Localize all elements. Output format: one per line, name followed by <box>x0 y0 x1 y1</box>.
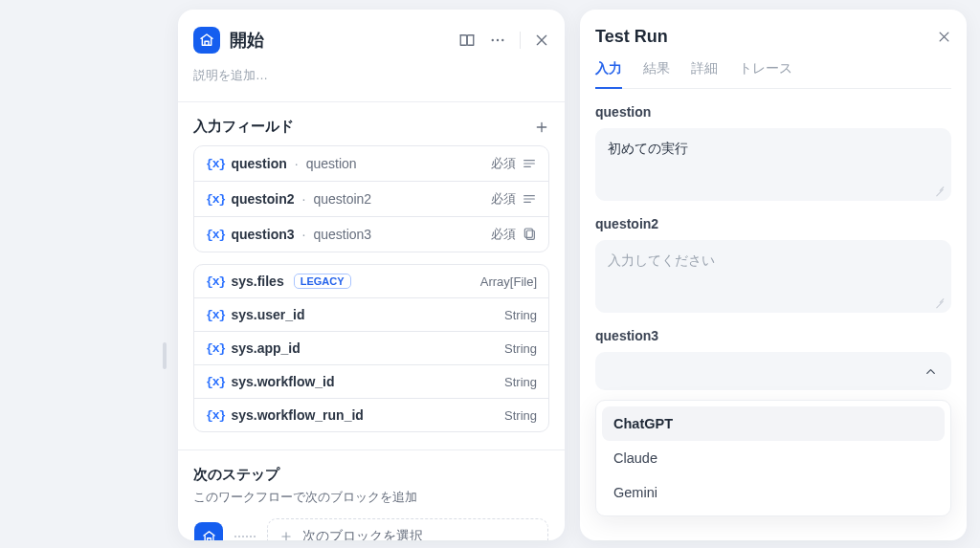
start-node-mini-icon <box>194 522 223 540</box>
variable-icon: {x} <box>206 157 225 171</box>
svg-point-1 <box>497 39 499 41</box>
svg-rect-4 <box>526 230 534 239</box>
close-icon[interactable] <box>937 30 951 44</box>
test-run-panel: Test Run 入力 結果 詳細 トレース question 初めての実行 q… <box>580 10 967 540</box>
panel-resize-handle[interactable] <box>163 342 167 369</box>
next-step-title: 次のステップ <box>193 466 549 484</box>
add-field-button[interactable] <box>534 120 549 135</box>
field-row[interactable]: {x} sys.workflow_id String <box>194 365 548 399</box>
separator: · <box>302 227 306 242</box>
system-fields-list: {x} sys.files LEGACY Array[File] {x} sys… <box>193 264 549 432</box>
variable-icon: {x} <box>206 408 225 423</box>
legacy-badge: LEGACY <box>294 274 351 289</box>
field-type: String <box>504 308 537 322</box>
field-name: questoin2 <box>231 191 294 207</box>
field-name: question <box>231 156 286 171</box>
test-run-title: Test Run <box>595 27 937 47</box>
svg-rect-3 <box>524 229 532 237</box>
divider <box>178 449 565 450</box>
input-fields-title: 入力フィールド <box>193 118 294 136</box>
questoin2-label: questoin2 <box>595 216 951 231</box>
field-label: question <box>306 156 357 171</box>
field-label: question3 <box>313 227 371 242</box>
question3-dropdown: ChatGPT Claude Gemini <box>595 400 951 516</box>
field-name: sys.app_id <box>231 340 300 356</box>
field-name: sys.user_id <box>231 307 304 322</box>
field-name: sys.workflow_id <box>231 374 334 389</box>
text-type-icon <box>522 156 537 171</box>
variable-icon: {x} <box>206 341 225 356</box>
resize-handle-icon[interactable] <box>935 186 945 196</box>
tab-trace[interactable]: トレース <box>739 60 792 88</box>
variable-icon: {x} <box>206 274 225 289</box>
text-type-icon <box>522 191 537 207</box>
field-row[interactable]: {x} questoin2 · questoin2 必須 <box>194 182 548 217</box>
connector-line <box>234 536 256 537</box>
resize-handle-icon[interactable] <box>935 298 945 308</box>
field-name: sys.workflow_run_id <box>231 407 363 423</box>
tab-detail[interactable]: 詳細 <box>691 60 718 88</box>
variable-icon: {x} <box>206 192 225 207</box>
dropdown-option[interactable]: Gemini <box>602 475 945 510</box>
variable-icon: {x} <box>206 308 225 322</box>
question3-select[interactable] <box>595 352 951 390</box>
select-type-icon <box>522 227 537 242</box>
start-node-panel: 開始 説明を追加… 入力フィールド <box>178 10 565 540</box>
questoin2-placeholder: 入力してください <box>608 252 715 268</box>
chevron-up-icon <box>924 364 938 379</box>
required-badge: 必須 <box>491 226 516 243</box>
dropdown-option[interactable]: ChatGPT <box>602 406 945 441</box>
required-badge: 必須 <box>491 155 516 172</box>
divider <box>178 101 565 102</box>
start-node-icon <box>193 27 220 54</box>
field-row[interactable]: {x} sys.user_id String <box>194 298 548 332</box>
question-input[interactable]: 初めての実行 <box>595 128 951 201</box>
book-icon[interactable] <box>458 32 476 49</box>
variable-icon: {x} <box>206 228 225 242</box>
svg-point-2 <box>501 39 503 41</box>
field-type: String <box>504 408 537 423</box>
tab-result[interactable]: 結果 <box>643 60 670 88</box>
questoin2-input[interactable]: 入力してください <box>595 240 951 313</box>
question-label: question <box>595 104 951 120</box>
tab-input[interactable]: 入力 <box>595 60 622 89</box>
field-name: sys.files <box>231 274 283 289</box>
separator: · <box>302 191 306 207</box>
field-row[interactable]: {x} question3 · question3 必須 <box>194 217 548 252</box>
field-row[interactable]: {x} sys.files LEGACY Array[File] <box>194 265 548 298</box>
field-type: String <box>504 375 537 389</box>
next-step-subtitle: このワークフローで次のブロックを追加 <box>193 489 549 506</box>
description-input[interactable]: 説明を追加… <box>193 67 549 84</box>
field-name: question3 <box>231 227 294 242</box>
tab-bar: 入力 結果 詳細 トレース <box>595 60 951 89</box>
field-row[interactable]: {x} question · question 必須 <box>194 146 548 182</box>
field-label: questoin2 <box>313 191 371 207</box>
question-value: 初めての実行 <box>608 141 688 156</box>
separator: · <box>295 156 299 171</box>
divider <box>520 32 521 49</box>
close-icon[interactable] <box>534 33 549 48</box>
variable-icon: {x} <box>206 375 225 389</box>
field-type: Array[File] <box>480 274 537 289</box>
field-row[interactable]: {x} sys.app_id String <box>194 332 548 365</box>
user-fields-list: {x} question · question 必須 {x} questoin2… <box>193 145 549 252</box>
add-block-button[interactable]: 次のブロックを選択 <box>267 518 548 540</box>
add-block-label: 次のブロックを選択 <box>302 528 423 540</box>
more-icon[interactable] <box>489 32 506 49</box>
field-type: String <box>504 341 537 356</box>
svg-point-0 <box>492 39 494 41</box>
required-badge: 必須 <box>491 190 516 208</box>
panel-title: 開始 <box>230 29 449 52</box>
field-row[interactable]: {x} sys.workflow_run_id String <box>194 399 548 431</box>
dropdown-option[interactable]: Claude <box>602 441 945 475</box>
question3-label: question3 <box>595 328 951 343</box>
